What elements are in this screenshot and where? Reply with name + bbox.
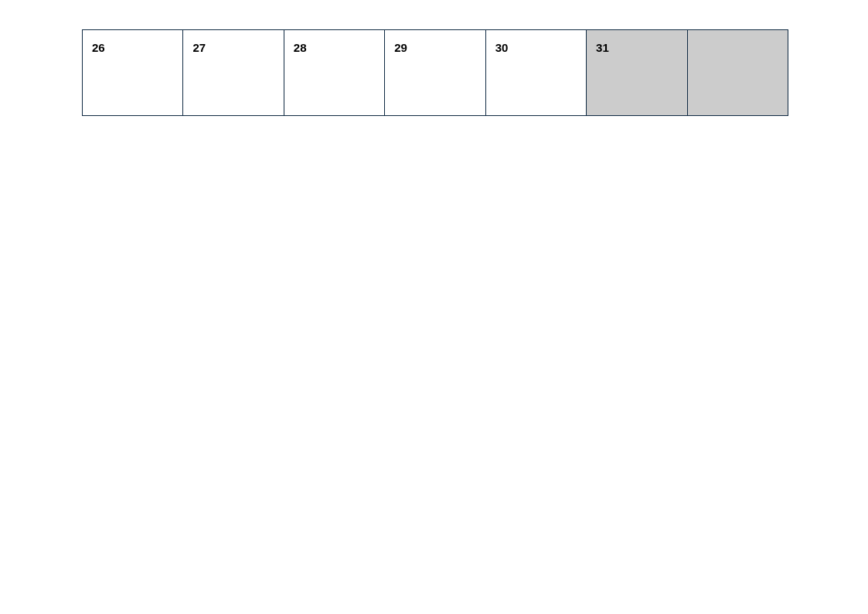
- calendar-day-cell[interactable]: 27: [183, 30, 284, 115]
- calendar-day-cell[interactable]: 29: [385, 30, 485, 115]
- day-number: 26: [92, 41, 105, 54]
- calendar-day-cell[interactable]: 28: [284, 30, 385, 115]
- calendar-day-cell[interactable]: 31: [587, 30, 687, 115]
- day-number: 29: [394, 41, 407, 54]
- calendar-day-cell[interactable]: [688, 30, 788, 115]
- day-number: 28: [294, 41, 307, 54]
- calendar-week-row: 26 27 28 29 30 31: [82, 29, 788, 116]
- day-number: 30: [495, 41, 509, 54]
- calendar-day-cell[interactable]: 26: [83, 30, 183, 115]
- day-number: 31: [596, 41, 609, 54]
- day-number: 27: [192, 41, 206, 54]
- calendar-day-cell[interactable]: 30: [486, 30, 587, 115]
